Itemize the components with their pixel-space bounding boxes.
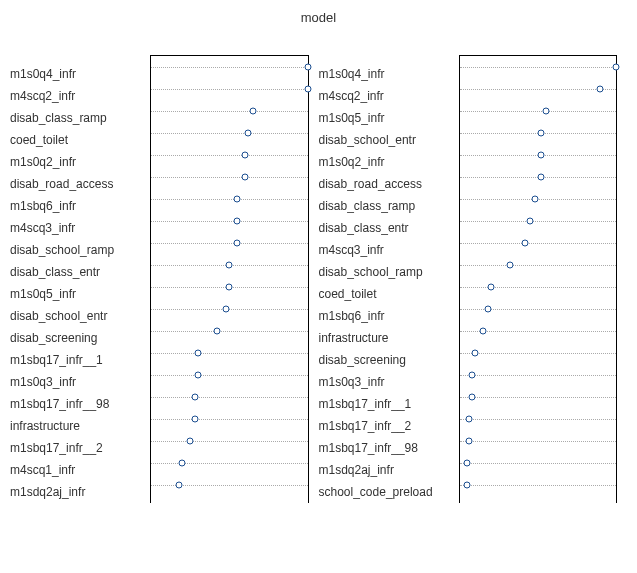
plot-row <box>460 188 617 210</box>
grid-line <box>460 287 617 288</box>
grid-line <box>151 177 308 178</box>
row-label: m1s0q4_infr <box>10 63 150 85</box>
plot-row <box>460 254 617 276</box>
data-marker <box>234 218 241 225</box>
plot-row <box>460 342 617 364</box>
grid-line <box>460 419 617 420</box>
grid-line <box>151 375 308 376</box>
plot-row <box>460 276 617 298</box>
data-marker <box>465 438 472 445</box>
grid-line <box>460 309 617 310</box>
plot-row <box>460 100 617 122</box>
data-marker <box>249 108 256 115</box>
plot-row <box>460 78 617 100</box>
data-marker <box>484 306 491 313</box>
plot-row <box>460 122 617 144</box>
data-marker <box>526 218 533 225</box>
row-label: m1s0q2_infr <box>10 151 150 173</box>
grid-line <box>460 111 617 112</box>
data-marker <box>537 174 544 181</box>
grid-line <box>151 243 308 244</box>
grid-line <box>460 463 617 464</box>
grid-line <box>460 221 617 222</box>
row-label: disab_school_entr <box>319 129 459 151</box>
data-marker <box>464 460 471 467</box>
grid-line <box>460 265 617 266</box>
data-marker <box>469 372 476 379</box>
grid-line <box>460 89 617 90</box>
row-label: m4scq2_infr <box>319 85 459 107</box>
row-label: m1sbq17_infr__2 <box>319 415 459 437</box>
plot-row <box>151 342 308 364</box>
grid-line <box>460 441 617 442</box>
row-label: disab_screening <box>319 349 459 371</box>
row-label: m1sbq17_infr__98 <box>10 393 150 415</box>
data-marker <box>187 438 194 445</box>
data-marker <box>531 196 538 203</box>
plot-row <box>151 474 308 496</box>
grid-line <box>460 243 617 244</box>
data-marker <box>479 328 486 335</box>
row-label: m1sbq17_infr__1 <box>10 349 150 371</box>
plot-row <box>151 232 308 254</box>
plot-row <box>460 144 617 166</box>
plot-row <box>460 320 617 342</box>
grid-line <box>151 353 308 354</box>
data-marker <box>472 350 479 357</box>
chart-title: model <box>0 0 637 55</box>
data-marker <box>304 86 311 93</box>
plot-row <box>460 56 617 78</box>
data-marker <box>179 460 186 467</box>
dot-panel-right: m1s0q4_infrm4scq2_infrm1s0q5_infrdisab_s… <box>319 55 628 503</box>
data-marker <box>241 152 248 159</box>
plot-row <box>151 210 308 232</box>
data-marker <box>194 372 201 379</box>
data-marker <box>245 130 252 137</box>
row-label: m1s0q3_infr <box>10 371 150 393</box>
grid-line <box>151 155 308 156</box>
plot-row <box>151 452 308 474</box>
labels-right: m1s0q4_infrm4scq2_infrm1s0q5_infrdisab_s… <box>319 55 459 503</box>
plot-row <box>460 474 617 496</box>
data-marker <box>194 350 201 357</box>
plot-row <box>151 386 308 408</box>
plot-row <box>460 386 617 408</box>
data-marker <box>234 196 241 203</box>
row-label: m1s0q4_infr <box>319 63 459 85</box>
plot-row <box>151 122 308 144</box>
plot-row <box>151 298 308 320</box>
plot-row <box>151 408 308 430</box>
plot-row <box>151 188 308 210</box>
grid-line <box>460 397 617 398</box>
plot-row <box>460 232 617 254</box>
row-label: m4scq3_infr <box>319 239 459 261</box>
data-marker <box>542 108 549 115</box>
grid-line <box>151 111 308 112</box>
plot-right <box>459 55 618 503</box>
grid-line <box>460 67 617 68</box>
row-label: disab_screening <box>10 327 150 349</box>
grid-line <box>460 353 617 354</box>
plot-row <box>151 100 308 122</box>
row-label: m4scq1_infr <box>10 459 150 481</box>
row-label: m1sbq17_infr__2 <box>10 437 150 459</box>
plot-row <box>151 276 308 298</box>
grid-line <box>151 221 308 222</box>
grid-line <box>151 441 308 442</box>
grid-line <box>151 463 308 464</box>
data-marker <box>213 328 220 335</box>
data-marker <box>537 130 544 137</box>
data-marker <box>304 64 311 71</box>
plot-row <box>460 430 617 452</box>
labels-left: m1s0q4_infrm4scq2_infrdisab_class_rampco… <box>10 55 150 503</box>
plot-left <box>150 55 309 503</box>
data-marker <box>191 416 198 423</box>
plot-row <box>151 320 308 342</box>
grid-line <box>460 375 617 376</box>
row-label: m1sbq6_infr <box>10 195 150 217</box>
plot-row <box>151 144 308 166</box>
row-label: disab_school_ramp <box>10 239 150 261</box>
plot-row <box>460 298 617 320</box>
plot-row <box>151 166 308 188</box>
grid-line <box>151 485 308 486</box>
